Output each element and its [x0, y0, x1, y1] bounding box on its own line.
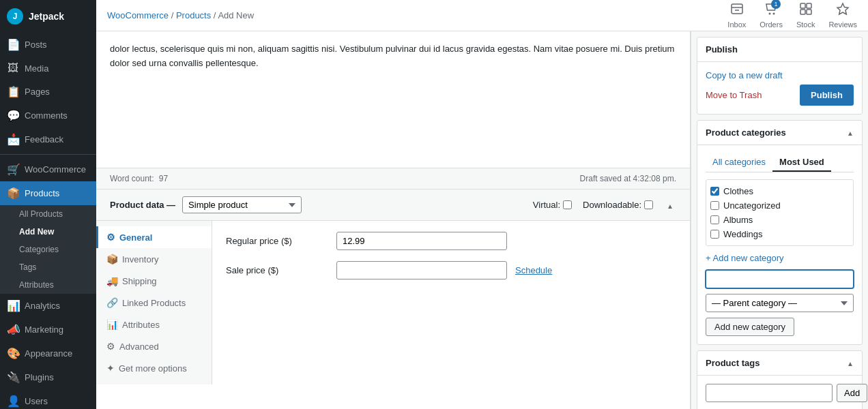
breadcrumb-woocommerce[interactable]: WooCommerce: [107, 10, 169, 20]
downloadable-checkbox[interactable]: [644, 200, 653, 209]
tab-advanced[interactable]: ⚙ Advanced: [96, 335, 212, 357]
cat-item-weddings[interactable]: Weddings: [710, 227, 849, 241]
tag-add-button[interactable]: Add: [837, 384, 867, 402]
topbar-reviews[interactable]: Reviews: [828, 2, 857, 29]
topbar-orders[interactable]: 1 Orders: [760, 2, 783, 29]
sidebar-item-users[interactable]: 👤 Users: [0, 389, 96, 409]
pages-icon: 📋: [7, 85, 19, 98]
word-count-value: 97: [159, 174, 168, 183]
feedback-icon: 📩: [7, 133, 19, 146]
tab-attributes-label: Attributes: [122, 320, 160, 330]
regular-price-row: Regular price ($): [226, 232, 676, 250]
sale-price-input[interactable]: [336, 261, 507, 279]
sidebar-sub-all-products[interactable]: All Products: [0, 205, 96, 223]
cat-item-clothes[interactable]: Clothes: [710, 184, 849, 198]
cat-label-weddings: Weddings: [723, 229, 763, 239]
sidebar-logo: J Jetpack: [0, 0, 96, 33]
downloadable-checkbox-group[interactable]: Downloadable:: [583, 200, 653, 210]
inbox-icon: [730, 2, 744, 19]
sidebar: J Jetpack 📄 Posts 🖼 Media 📋 Pages 💬 Comm…: [0, 0, 96, 409]
orders-icon: 1: [764, 2, 778, 19]
tab-get-more-label: Get more options: [119, 363, 187, 374]
tab-shipping-label: Shipping: [122, 276, 157, 286]
tab-shipping[interactable]: 🚚 Shipping: [96, 270, 212, 292]
sidebar-item-label: Comments: [25, 110, 68, 121]
shipping-icon: 🚚: [106, 275, 118, 286]
right-sidebar: Publish Copy to a new draft Move to Tras…: [691, 31, 868, 409]
draft-saved: Draft saved at 4:32:08 pm.: [580, 174, 676, 183]
topbar: WooCommerce / Products / Add New Inbox 1…: [96, 0, 868, 31]
regular-price-input[interactable]: [336, 232, 507, 250]
schedule-link[interactable]: Schedule: [515, 265, 552, 275]
products-icon: 📦: [7, 187, 19, 200]
sidebar-item-pages[interactable]: 📋 Pages: [0, 80, 96, 104]
category-search-input[interactable]: [706, 270, 854, 288]
sidebar-sub-tags[interactable]: Tags: [0, 258, 96, 276]
sidebar-item-feedback[interactable]: 📩 Feedback: [0, 127, 96, 151]
sidebar-item-appearance[interactable]: 🎨 Appearance: [0, 342, 96, 365]
sidebar-sub-add-new[interactable]: Add New: [0, 223, 96, 241]
editor: dolor lectus, scelerisque quis mi non, a…: [96, 31, 691, 409]
cat-checkbox-weddings[interactable]: [710, 230, 719, 239]
tags-collapse-btn[interactable]: [847, 358, 854, 368]
tag-input[interactable]: [706, 384, 833, 402]
cat-checkbox-uncategorized[interactable]: [710, 201, 719, 210]
tab-attributes[interactable]: 📊 Attributes: [96, 314, 212, 335]
tab-linked-products[interactable]: 🔗 Linked Products: [96, 292, 212, 314]
appearance-icon: 🎨: [7, 347, 19, 360]
virtual-checkbox-group[interactable]: Virtual:: [533, 200, 572, 210]
product-data-tabs: ⚙ General 📦 Inventory 🚚 Shipping 🔗 Linke…: [96, 221, 212, 384]
cat-item-uncategorized[interactable]: Uncategorized: [710, 198, 849, 213]
editor-body[interactable]: dolor lectus, scelerisque quis mi non, a…: [96, 31, 690, 168]
breadcrumb-current: Add New: [218, 10, 254, 20]
svg-marker-7: [837, 3, 848, 14]
sidebar-item-woocommerce[interactable]: 🛒 WooCommerce: [0, 157, 96, 181]
publish-section-title: Publish: [706, 44, 738, 55]
topbar-inbox[interactable]: Inbox: [727, 2, 746, 29]
cat-tab-most-used[interactable]: Most Used: [772, 153, 831, 172]
breadcrumb: WooCommerce / Products / Add New: [107, 10, 254, 20]
sidebar-sub-categories[interactable]: Categories: [0, 241, 96, 258]
cat-tab-all[interactable]: All categories: [706, 153, 772, 172]
virtual-checkbox[interactable]: [563, 200, 572, 209]
copy-draft-link[interactable]: Copy to a new draft: [706, 70, 854, 80]
breadcrumb-products[interactable]: Products: [176, 10, 211, 20]
cat-checkbox-clothes[interactable]: [710, 187, 719, 196]
marketing-icon: 📣: [7, 323, 19, 336]
add-category-button[interactable]: Add new category: [706, 318, 794, 336]
tags-row: Add: [706, 384, 854, 402]
svg-rect-0: [732, 4, 742, 14]
main-area: dolor lectus, scelerisque quis mi non, a…: [96, 31, 868, 409]
tags-header: Product tags: [697, 351, 862, 376]
sidebar-sub-attributes[interactable]: Attributes: [0, 276, 96, 294]
parent-category-select[interactable]: — Parent category —: [706, 294, 854, 312]
sidebar-logo-label: Jetpack: [29, 11, 64, 22]
add-category-link[interactable]: + Add new category: [706, 253, 854, 263]
tab-inventory-label: Inventory: [122, 254, 158, 264]
topbar-stock[interactable]: Stock: [796, 2, 815, 29]
sidebar-item-media[interactable]: 🖼 Media: [0, 57, 96, 80]
regular-price-label: Regular price ($): [226, 236, 328, 246]
sidebar-item-marketing[interactable]: 📣 Marketing: [0, 318, 96, 342]
sidebar-item-comments[interactable]: 💬 Comments: [0, 104, 96, 127]
jetpack-icon: J: [7, 8, 23, 25]
tab-general[interactable]: ⚙ General: [96, 226, 212, 248]
word-count: Word count: 97: [110, 174, 168, 183]
move-trash-link[interactable]: Move to Trash: [706, 90, 762, 100]
sidebar-item-analytics[interactable]: 📊 Analytics: [0, 294, 96, 318]
publish-button[interactable]: Publish: [800, 85, 854, 106]
cat-checkbox-albums[interactable]: [710, 215, 719, 224]
attributes-icon: 📊: [106, 319, 118, 330]
get-more-icon: ✦: [106, 363, 115, 374]
tab-inventory[interactable]: 📦 Inventory: [96, 248, 212, 270]
sidebar-item-plugins[interactable]: 🔌 Plugins: [0, 365, 96, 389]
product-data-collapse-btn[interactable]: [664, 198, 676, 212]
categories-collapse-btn[interactable]: [847, 127, 854, 138]
advanced-icon: ⚙: [106, 341, 115, 352]
product-type-select[interactable]: Simple product Grouped product External/…: [182, 196, 302, 213]
linked-icon: 🔗: [106, 297, 118, 308]
tab-get-more[interactable]: ✦ Get more options: [96, 357, 212, 379]
sidebar-item-products[interactable]: 📦 Products: [0, 181, 96, 205]
cat-item-albums[interactable]: Albums: [710, 213, 849, 227]
sidebar-item-posts[interactable]: 📄 Posts: [0, 33, 96, 57]
